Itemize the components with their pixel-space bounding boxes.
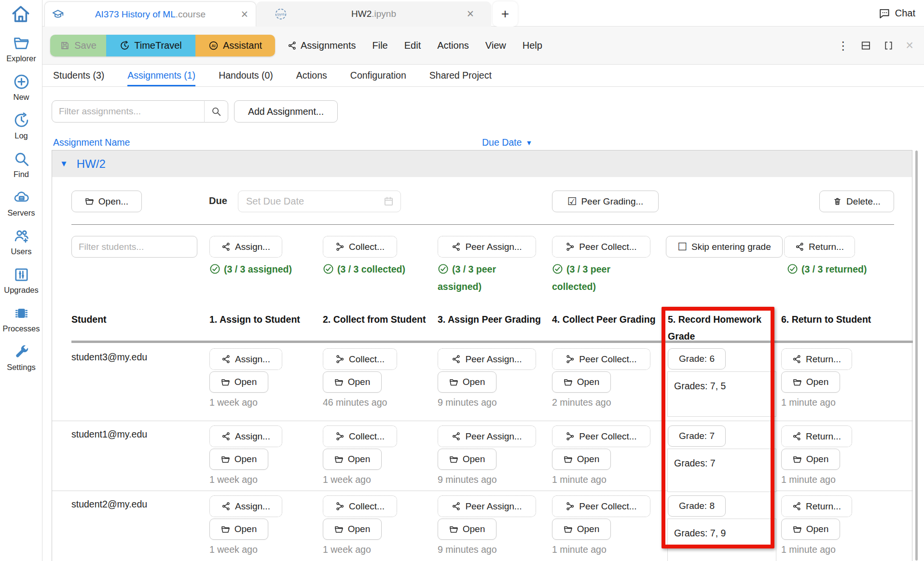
open-button[interactable]: Open <box>438 371 496 393</box>
assignment-row-header[interactable]: ▼ HW/2 <box>52 151 912 177</box>
return-all-button[interactable]: Return... <box>784 236 855 258</box>
sidebar-item-users[interactable]: Users <box>0 228 42 256</box>
open-button[interactable]: Open <box>323 371 382 393</box>
sidebar-item-log[interactable]: Log <box>0 112 42 140</box>
filter-students-input[interactable] <box>71 236 197 258</box>
new-tab-button[interactable]: + <box>493 1 518 27</box>
collect-button[interactable]: Collect... <box>323 425 397 447</box>
open-button[interactable]: Open <box>781 519 840 540</box>
open-button[interactable]: Open <box>552 449 611 470</box>
save-button[interactable]: Save <box>50 35 106 56</box>
vertical-scrollbar[interactable] <box>915 151 918 561</box>
open-assignment-button[interactable]: Open... <box>71 191 142 212</box>
peer-grades-box: Grades: 7, 5 <box>667 371 776 417</box>
menu-actions[interactable]: Actions <box>437 40 469 51</box>
set-due-date-input[interactable] <box>238 191 401 212</box>
open-button[interactable]: Open <box>552 519 611 540</box>
tab-students[interactable]: Students (3) <box>53 65 104 86</box>
tab-shared-project[interactable]: Shared Project <box>429 65 492 86</box>
open-button[interactable]: Open <box>209 449 268 470</box>
share-icon <box>795 242 804 251</box>
ai-icon <box>208 41 219 51</box>
open-button[interactable]: Open <box>323 519 382 540</box>
filter-assignments-input[interactable] <box>52 100 205 123</box>
sidebar-item-find[interactable]: Find <box>0 151 42 179</box>
search-button[interactable] <box>204 100 228 123</box>
chat-button[interactable]: Chat <box>878 0 915 27</box>
grade-button[interactable]: Grade: 7 <box>668 425 726 447</box>
search-icon <box>13 151 30 167</box>
peer-collect-all-button[interactable]: Peer Collect... <box>552 236 650 258</box>
close-tab-icon[interactable]: × <box>241 7 248 21</box>
sidebar-item-servers[interactable]: Servers <box>0 189 42 218</box>
close-tab-icon[interactable]: × <box>467 7 474 20</box>
open-button[interactable]: Open <box>323 449 382 470</box>
peer-collect-button[interactable]: Peer Collect... <box>552 425 650 447</box>
skip-entering-grade-toggle[interactable]: ☐ Skip entering grade <box>666 236 783 258</box>
tab-notebook[interactable]: HW2.ipynb × <box>256 1 491 27</box>
open-button[interactable]: Open <box>438 449 496 470</box>
open-button[interactable]: Open <box>552 371 611 393</box>
assign-button[interactable]: Assign... <box>209 495 282 517</box>
chat-label: Chat <box>895 8 915 19</box>
timetravel-button[interactable]: TimeTravel <box>106 35 195 56</box>
menu-help[interactable]: Help <box>523 40 542 51</box>
share-icon <box>221 432 231 441</box>
toolbar-right-controls: ⋮ × <box>837 27 913 65</box>
sidebar-item-upgrades[interactable]: Upgrades <box>0 266 42 295</box>
tab-course[interactable]: AI373 History of ML.course × <box>44 1 256 27</box>
sidebar-item-settings[interactable]: Settings <box>0 343 42 372</box>
sidebar-item-processes[interactable]: Processes <box>0 305 42 333</box>
assistant-button[interactable]: Assistant <box>195 35 275 56</box>
return-button[interactable]: Return... <box>781 348 852 370</box>
menu-view[interactable]: View <box>485 40 506 51</box>
share-icon <box>452 502 461 511</box>
assign-all-button[interactable]: Assign... <box>209 236 282 258</box>
home-button[interactable] <box>11 4 31 24</box>
share-icon <box>288 41 297 50</box>
split-view-icon[interactable] <box>860 40 871 51</box>
due-date-header[interactable]: Due Date ▼ <box>482 137 532 148</box>
collect-button[interactable]: Collect... <box>323 348 397 370</box>
open-button[interactable]: Open <box>781 449 840 470</box>
sidebar-item-new[interactable]: New <box>0 73 42 102</box>
open-button[interactable]: Open <box>438 519 496 540</box>
expand-triangle-icon[interactable]: ▼ <box>60 159 68 169</box>
peer-assign-all-button[interactable]: Peer Assign... <box>438 236 536 258</box>
return-button[interactable]: Return... <box>781 425 852 447</box>
tab-handouts[interactable]: Handouts (0) <box>219 65 273 86</box>
peer-assign-button[interactable]: Peer Assign... <box>438 495 536 517</box>
peer-assigned-status: (3 / 3 peer assigned) <box>438 260 534 295</box>
assignment-name-header[interactable]: Assignment Name <box>53 137 130 148</box>
sidebar-item-explorer[interactable]: Explorer <box>0 35 42 63</box>
assign-button[interactable]: Assign... <box>209 425 282 447</box>
menu-file[interactable]: File <box>372 40 388 51</box>
grade-button[interactable]: Grade: 6 <box>668 348 726 369</box>
brackets-icon[interactable] <box>883 40 894 51</box>
peer-collect-button[interactable]: Peer Collect... <box>552 348 650 370</box>
tab-actions[interactable]: Actions <box>296 65 327 86</box>
peer-grading-button[interactable]: ☑ Peer Grading... <box>552 191 659 212</box>
tab-configuration[interactable]: Configuration <box>350 65 406 86</box>
add-assignment-button[interactable]: Add Assignment... <box>234 100 338 123</box>
delete-assignment-button[interactable]: Delete... <box>819 191 894 212</box>
peer-assign-button[interactable]: Peer Assign... <box>438 425 536 447</box>
open-button[interactable]: Open <box>781 371 840 393</box>
collect-button[interactable]: Collect... <box>323 495 397 517</box>
sidebar-item-label: Explorer <box>6 54 36 63</box>
tab-assignments[interactable]: Assignments (1) <box>127 65 195 86</box>
clock-history-icon <box>13 112 30 129</box>
collect-icon <box>565 432 575 441</box>
assign-button[interactable]: Assign... <box>209 348 282 370</box>
open-button[interactable]: Open <box>209 519 268 540</box>
menu-edit[interactable]: Edit <box>404 40 421 51</box>
peer-assign-button[interactable]: Peer Assign... <box>438 348 536 370</box>
return-button[interactable]: Return... <box>781 495 852 517</box>
collect-all-button[interactable]: Collect... <box>323 236 397 258</box>
more-options-icon[interactable]: ⋮ <box>837 39 849 53</box>
close-panel-icon[interactable]: × <box>906 38 913 53</box>
menu-assignments[interactable]: Assignments <box>288 40 356 51</box>
peer-collect-button[interactable]: Peer Collect... <box>552 495 650 517</box>
open-button[interactable]: Open <box>209 371 268 393</box>
grade-button[interactable]: Grade: 8 <box>668 495 726 517</box>
